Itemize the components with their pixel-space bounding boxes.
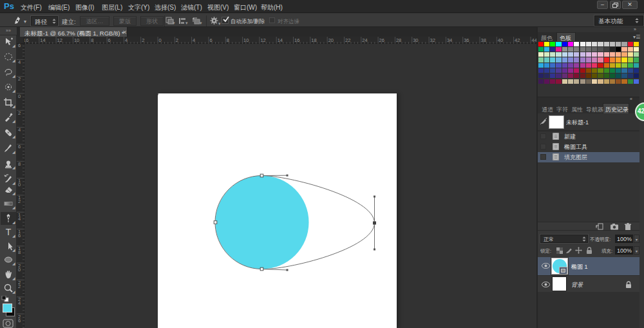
- svg-text:T: T: [6, 227, 12, 237]
